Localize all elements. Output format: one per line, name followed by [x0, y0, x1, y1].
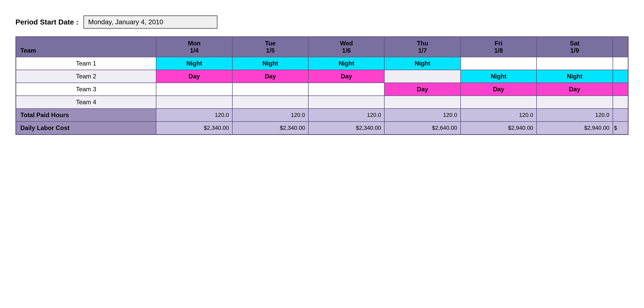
tph-fri: 120.0: [461, 109, 537, 121]
team4-sat: [537, 96, 613, 109]
team2-extra: [613, 70, 628, 83]
dlc-extra: $: [613, 121, 628, 135]
tph-mon: 120.0: [156, 109, 232, 121]
dlc-mon: $2,340.00: [156, 121, 232, 135]
team2-wed: Day: [308, 70, 384, 83]
team2-sat: Night: [537, 70, 613, 83]
fri-header: Fri 1/8: [461, 37, 537, 57]
dlc-thu: $2,640.00: [384, 121, 460, 135]
table-row: Team 3 Day Day Day: [16, 83, 628, 96]
dlc-sat: $2,940.00: [537, 121, 613, 135]
team1-thu: Night: [384, 57, 460, 70]
team3-wed: [308, 83, 384, 96]
team3-extra: [613, 83, 628, 96]
team2-name: Team 2: [16, 70, 156, 83]
team3-fri: Day: [461, 83, 537, 96]
team1-wed: Night: [308, 57, 384, 70]
team3-thu: Day: [384, 83, 460, 96]
tph-wed: 120.0: [308, 109, 384, 121]
wed-header: Wed 1/6: [308, 37, 384, 57]
tph-sat: 120.0: [537, 109, 613, 121]
team4-name: Team 4: [16, 96, 156, 109]
thu-header: Thu 1/7: [384, 37, 460, 57]
mon-header: Mon 1/4: [156, 37, 232, 57]
daily-labor-cost-label: Daily Labor Cost: [16, 121, 156, 135]
team4-fri: [461, 96, 537, 109]
dlc-tue: $2,340.00: [232, 121, 308, 135]
team2-tue: Day: [232, 70, 308, 83]
team2-fri: Night: [461, 70, 537, 83]
period-start-row: Period Start Date :: [15, 15, 629, 29]
team3-sat: Day: [537, 83, 613, 96]
team4-mon: [156, 96, 232, 109]
daily-labor-cost-row: Daily Labor Cost $2,340.00 $2,340.00 $2,…: [16, 121, 628, 135]
tph-extra: [613, 109, 628, 121]
team2-thu: [384, 70, 460, 83]
period-start-label: Period Start Date :: [15, 18, 78, 26]
total-paid-hours-label: Total Paid Hours: [16, 109, 156, 121]
table-row: Team 1 Night Night Night Night: [16, 57, 628, 70]
team4-wed: [308, 96, 384, 109]
team1-name: Team 1: [16, 57, 156, 70]
team3-name: Team 3: [16, 83, 156, 96]
team1-extra: [613, 57, 628, 70]
period-start-input[interactable]: [83, 15, 217, 29]
team1-tue: Night: [232, 57, 308, 70]
team2-mon: Day: [156, 70, 232, 83]
team4-extra: [613, 96, 628, 109]
extra-header: [613, 37, 628, 57]
team1-mon: Night: [156, 57, 232, 70]
team1-sat: [537, 57, 613, 70]
sat-header: Sat 1/9: [537, 37, 613, 57]
team3-mon: [156, 83, 232, 96]
team-column-header: Team: [16, 37, 156, 57]
dlc-fri: $2,940.00: [461, 121, 537, 135]
team3-tue: [232, 83, 308, 96]
tph-tue: 120.0: [232, 109, 308, 121]
total-paid-hours-row: Total Paid Hours 120.0 120.0 120.0 120.0…: [16, 109, 628, 121]
header-row: Team Mon 1/4 Tue 1/5 Wed 1/6 Thu 1/7 Fri…: [16, 37, 628, 57]
tph-thu: 120.0: [384, 109, 460, 121]
team1-fri: [461, 57, 537, 70]
team4-tue: [232, 96, 308, 109]
table-row: Team 2 Day Day Day Night Night: [16, 70, 628, 83]
table-row: Team 4: [16, 96, 628, 109]
schedule-table: Team Mon 1/4 Tue 1/5 Wed 1/6 Thu 1/7 Fri…: [15, 36, 629, 135]
dlc-wed: $2,340.00: [308, 121, 384, 135]
tue-header: Tue 1/5: [232, 37, 308, 57]
team4-thu: [384, 96, 460, 109]
